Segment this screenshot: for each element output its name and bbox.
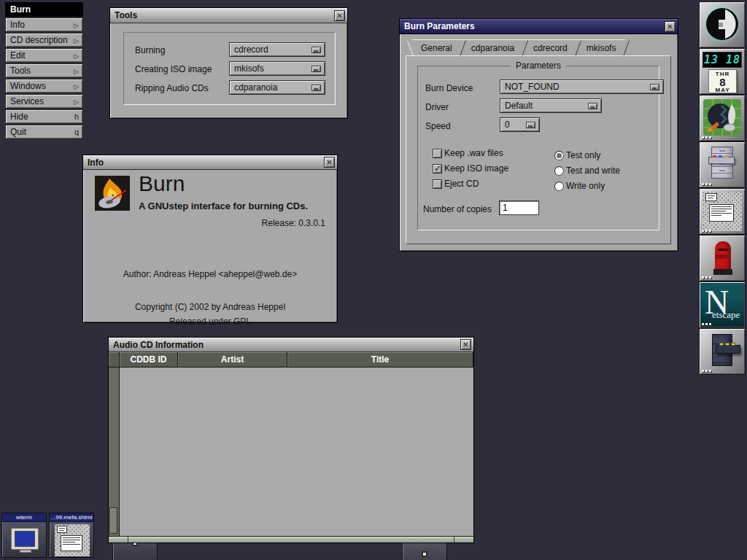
info-window: Info ✕ Burn A GNUstep interface for burn…: [82, 155, 338, 323]
iso-label: Creating ISO image: [135, 64, 212, 74]
dock-tile-clock[interactable]: 13 18 THR 8 MAY: [699, 48, 746, 95]
tab-content-box: Parameters Burn Device NOT_FOUND Driver …: [406, 55, 671, 244]
dock-tile-netscape[interactable]: N etscape: [699, 281, 746, 328]
burning-popup[interactable]: cdrecord: [229, 42, 325, 57]
dock-tile-document[interactable]: [699, 188, 746, 235]
copies-label: Number of copies: [423, 204, 492, 214]
submenu-arrow-icon: ▷: [74, 50, 79, 63]
dock-tile-dark-cabinet[interactable]: [699, 328, 746, 375]
column-header-cddb[interactable]: CDDB ID: [120, 352, 178, 367]
burn-device-popup[interactable]: NOT_FOUND: [500, 79, 664, 94]
running-app-dots: [702, 370, 711, 372]
dock-tile-paint-globe[interactable]: [699, 95, 746, 141]
column-header-artist[interactable]: Artist: [178, 352, 287, 367]
window-title: Burn Parameters: [402, 21, 662, 31]
eject-cd-checkbox[interactable]: Eject CD: [433, 179, 479, 189]
burn-app-icon: [95, 176, 130, 211]
checkbox-icon: [433, 149, 442, 158]
dithered-document-icon: [703, 192, 742, 231]
audio-cd-titlebar[interactable]: Audio CD Information ✕: [109, 338, 473, 352]
close-icon[interactable]: ✕: [324, 157, 335, 168]
radio-icon: [554, 166, 564, 176]
groupbox-title: Parameters: [511, 61, 566, 71]
speed-popup[interactable]: 0: [500, 117, 540, 132]
column-header-title[interactable]: Title: [287, 352, 473, 367]
checkbox-checked-icon: [433, 164, 442, 174]
info-release: Release: 0.3.0.1: [262, 218, 325, 228]
paint-globe-icon: [700, 96, 745, 141]
popup-handle-icon: [588, 103, 597, 109]
scrollbar-knob[interactable]: [109, 508, 117, 534]
info-app-name: Burn: [139, 171, 185, 196]
tab-general[interactable]: General: [411, 39, 462, 55]
close-icon[interactable]: ✕: [460, 339, 471, 350]
dock-tile-file-cabinet[interactable]: [699, 141, 746, 188]
submenu-arrow-icon: ▷: [74, 96, 79, 109]
popup-handle-icon: [650, 84, 659, 90]
menu-item-quit[interactable]: Quit q: [5, 125, 83, 139]
gnustep-logo-icon: [700, 2, 745, 47]
netscape-icon: N etscape: [700, 283, 744, 327]
miniwindow-label: ...99.mefa.shtml: [50, 513, 93, 522]
corner-header-cell: [109, 352, 120, 367]
menu-item-edit[interactable]: Edit ▷: [5, 48, 83, 63]
driver-popup[interactable]: Default: [500, 98, 602, 113]
copies-field[interactable]: [499, 201, 539, 215]
miniwindow-label: wterm: [2, 513, 46, 522]
dithered-document-icon: [55, 524, 90, 556]
open-drawer-icon: [708, 157, 735, 164]
ripping-popup[interactable]: cdparanoia: [229, 80, 325, 95]
menu-item-info[interactable]: Info ▷: [5, 18, 83, 32]
radio-selected-icon: [554, 151, 564, 160]
window-title: Tools: [112, 10, 332, 20]
close-icon[interactable]: ✕: [665, 21, 676, 32]
miniwindow-wterm[interactable]: wterm: [1, 513, 47, 558]
tools-window: Tools ✕ Burning cdrecord Creating ISO im…: [109, 7, 348, 119]
popup-handle-icon: [311, 85, 321, 91]
info-license: Released under GPL: [83, 316, 337, 327]
checkbox-icon: [433, 179, 442, 189]
menu-key-equivalent: h: [74, 110, 79, 123]
test-and-write-radio[interactable]: Test and write: [554, 166, 620, 176]
popup-handle-icon: [311, 66, 321, 72]
window-resize-bar[interactable]: [109, 536, 473, 542]
running-app-dots: [702, 183, 711, 185]
test-only-radio[interactable]: Test only: [554, 150, 600, 160]
menu-item-hide[interactable]: Hide h: [5, 109, 83, 124]
parameters-tabs: General cdparanoia cdrecord mkisofs: [411, 39, 625, 55]
tools-titlebar[interactable]: Tools ✕: [110, 8, 347, 23]
keep-iso-checkbox[interactable]: Keep ISO image: [433, 163, 508, 174]
dock-tile-windowmaker[interactable]: [699, 1, 746, 48]
dock-tile-postbox[interactable]: [699, 235, 746, 281]
submenu-arrow-icon: ▷: [74, 80, 79, 93]
keep-wav-checkbox[interactable]: Keep .wav files: [433, 148, 503, 158]
running-app-dots: [702, 136, 711, 139]
menu-item-tools[interactable]: Tools ▷: [5, 63, 83, 78]
vertical-scrollbar[interactable]: [109, 368, 120, 536]
audio-cd-window: Audio CD Information ✕ CDDB ID Artist Ti…: [108, 337, 474, 543]
lcd-time-display: 13 18: [703, 52, 742, 68]
tab-cdrecord[interactable]: cdrecord: [524, 39, 577, 55]
miniwindow-shtml[interactable]: ...99.mefa.shtml: [49, 513, 94, 558]
close-icon[interactable]: ✕: [334, 10, 345, 21]
window-title: Info: [85, 158, 322, 168]
submenu-arrow-icon: ▷: [74, 19, 79, 32]
info-subtitle: A GNUstep interface for burning CDs.: [139, 201, 308, 211]
popup-handle-icon: [526, 122, 535, 128]
app-menu: Burn Info ▷ CD description ▷ Edit ▷ Tool…: [5, 2, 83, 139]
tab-cdparanoia[interactable]: cdparanoia: [462, 39, 524, 55]
write-only-radio[interactable]: Write only: [554, 181, 605, 191]
iso-popup[interactable]: mkisofs: [229, 61, 325, 76]
burn-device-label: Burn Device: [425, 83, 473, 93]
table-rows-area[interactable]: [120, 368, 473, 536]
info-titlebar[interactable]: Info ✕: [83, 155, 337, 170]
menu-title[interactable]: Burn: [5, 2, 83, 17]
menu-item-cd-description[interactable]: CD description ▷: [5, 33, 83, 47]
menu-item-windows[interactable]: Windows ▷: [5, 79, 83, 93]
popup-handle-icon: [311, 47, 321, 53]
ripping-label: Ripping Audio CDs: [135, 83, 209, 93]
menu-item-services[interactable]: Services ▷: [5, 94, 83, 109]
burn-parameters-titlebar[interactable]: Burn Parameters ✕: [400, 19, 678, 34]
tab-mkisofs[interactable]: mkisofs: [577, 39, 626, 55]
speed-label: Speed: [425, 121, 451, 131]
